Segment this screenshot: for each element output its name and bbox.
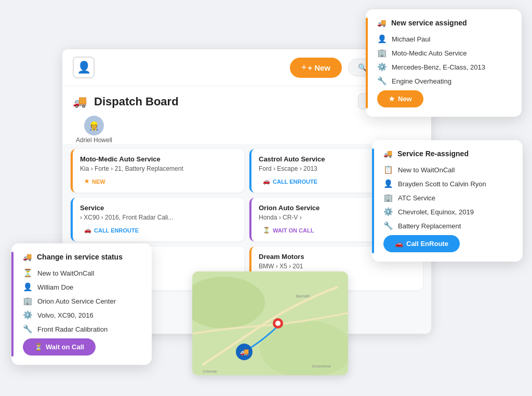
person-icon: 👤 bbox=[383, 179, 393, 188]
notif-title: 🚚 New service assigned bbox=[377, 19, 510, 27]
notif-row-service: 🔧 Battery Replacement bbox=[383, 221, 511, 230]
notif-row-service: 🔧 Front Radar Calibration bbox=[23, 324, 140, 334]
notif-row-status: 📋 New to WaitOnCall bbox=[383, 165, 511, 174]
truck-icon: 🚚 bbox=[23, 253, 32, 261]
building-icon: 🏢 bbox=[383, 193, 393, 202]
truck-icon: 🚚 bbox=[383, 149, 392, 158]
svg-point-5 bbox=[275, 321, 281, 326]
notif-title: 🚚 Service Re-assigned bbox=[383, 149, 511, 158]
wrench-icon: 🔧 bbox=[377, 76, 387, 86]
building-icon: 🏢 bbox=[377, 48, 387, 58]
gear-icon: ⚙️ bbox=[377, 62, 387, 72]
technician-adriel: 👷 Adriel Howell bbox=[71, 116, 117, 144]
notif-row-company: 🏢 Orion Auto Service Center bbox=[23, 296, 140, 306]
notif-accent-bar bbox=[366, 18, 368, 108]
svg-text:Burnett: Burnett bbox=[296, 294, 310, 298]
status-badge: 🚗 CALL ENROUTE bbox=[80, 225, 143, 235]
notif-row-company: 🏢 Moto-Medic Auto Service bbox=[377, 48, 510, 58]
dispatch-card[interactable]: Moto-Medic Auto Service Kia › Forte › 21… bbox=[71, 149, 244, 193]
svg-text:Grosvenor: Grosvenor bbox=[312, 364, 331, 368]
hourglass-icon: ⏳ bbox=[23, 268, 32, 278]
building-icon: 🏢 bbox=[23, 296, 32, 306]
call-enroute-button[interactable]: 🚗 Call EnRoute bbox=[383, 235, 460, 252]
person-icon: 👤 bbox=[23, 282, 32, 292]
notif-row-service: 🔧 Engine Overheating bbox=[377, 76, 510, 86]
notif-row-vehicle: ⚙️ Chevrolet, Equinox, 2019 bbox=[383, 207, 511, 216]
notif-new-service: 🚚 New service assigned 👤 Michael Paul 🏢 … bbox=[366, 9, 522, 117]
notif-reassigned: 🚚 Service Re-assigned 📋 New to WaitOnCal… bbox=[372, 140, 523, 262]
map-card: 🚚 Burnett Grosvenor Coleman bbox=[192, 271, 348, 375]
notif-row-person: 👤 William Doe bbox=[23, 282, 140, 292]
notif-accent-bar bbox=[372, 148, 374, 253]
wait-on-call-button[interactable]: ⏳ Wait on Call bbox=[23, 338, 96, 356]
dispatch-card[interactable]: Service › XC90 › 2016, Front Radar Cali.… bbox=[71, 198, 244, 241]
svg-text:Coleman: Coleman bbox=[203, 370, 217, 373]
status-badge: ★ NEW bbox=[80, 176, 110, 186]
notif-row-vehicle: ⚙️ Volvo, XC90, 2016 bbox=[23, 310, 140, 320]
wrench-icon: 🔧 bbox=[23, 324, 32, 334]
notif-row-person: 👤 Brayden Scott to Calvin Ryon bbox=[383, 179, 511, 188]
wrench-icon: 🔧 bbox=[383, 221, 393, 230]
notif-accent-bar bbox=[11, 252, 14, 357]
person-icon: 👤 bbox=[377, 34, 387, 44]
gear-icon: ⚙️ bbox=[383, 207, 393, 216]
new-status-button[interactable]: ★ New bbox=[377, 90, 423, 107]
clipboard-icon: 📋 bbox=[383, 165, 393, 174]
notif-title: 🚚 Change in service status bbox=[23, 253, 140, 261]
app-logo: 👤 bbox=[73, 57, 95, 78]
new-button[interactable]: + + New bbox=[290, 58, 342, 78]
notif-row-status: ⏳ New to WaitOnCall bbox=[23, 268, 140, 278]
avatar: 👷 bbox=[84, 116, 104, 135]
notif-row-vehicle: ⚙️ Mercedes-Benz, E-Class, 2013 bbox=[377, 62, 510, 72]
truck-icon: 🚚 bbox=[377, 19, 386, 27]
map-view: 🚚 Burnett Grosvenor Coleman bbox=[192, 271, 348, 375]
notif-row-person: 👤 Michael Paul bbox=[377, 34, 510, 44]
notif-row-company: 🏢 ATC Service bbox=[383, 193, 511, 202]
gear-icon: ⚙️ bbox=[23, 310, 32, 320]
status-badge: ⏳ WAIT ON CALL bbox=[259, 225, 318, 235]
status-badge: 🚗 CALL ENROUTE bbox=[259, 176, 322, 186]
page-title: Dispatch Board bbox=[94, 95, 179, 108]
svg-text:🚚: 🚚 bbox=[240, 348, 249, 357]
truck-icon: 🚚 bbox=[73, 95, 87, 108]
notif-change-status: 🚚 Change in service status ⏳ New to Wait… bbox=[11, 243, 152, 365]
tech-name: Adriel Howell bbox=[76, 136, 112, 144]
